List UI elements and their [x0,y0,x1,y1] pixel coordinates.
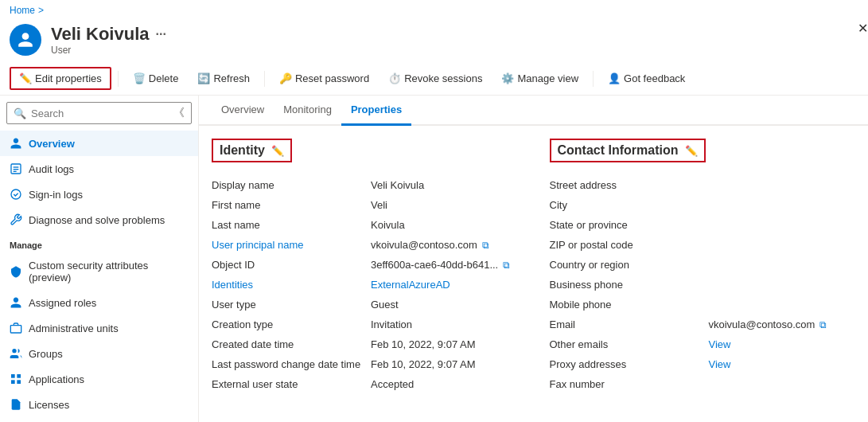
svg-rect-10 [17,380,21,384]
svg-rect-7 [11,374,15,378]
sidebar-item-devices[interactable]: Devices [0,417,198,422]
sidebar-item-licenses[interactable]: Licenses [0,392,198,417]
search-input[interactable] [31,107,169,119]
breadcrumb-home[interactable]: Home [10,5,35,16]
contact-fields: Street addressCityState or provinceZIP o… [550,175,856,394]
property-value: Invitation [371,318,518,330]
property-value[interactable]: ExternalAzureAD [371,279,518,291]
property-value: Feb 10, 2022, 9:07 AM [371,338,518,350]
table-row: External user stateAccepted [212,374,518,394]
identity-section-header: Identity ✏️ [212,139,292,162]
sidebar-item-audit-logs[interactable]: Audit logs [0,156,198,182]
toolbar-separator-3 [593,71,594,87]
property-label: Last password change date time [212,358,371,370]
audit-logs-icon [10,162,22,175]
property-value: vkoivula@contoso.com⧉ [371,239,518,251]
property-label: Identities [212,279,371,291]
sidebar-item-diagnose-label: Diagnose and solve problems [29,214,165,226]
identity-edit-icon[interactable]: ✏️ [271,145,284,157]
delete-button[interactable]: 🗑️ Delete [125,68,187,88]
reset-password-button[interactable]: 🔑 Reset password [271,68,377,88]
property-label: Last name [212,219,371,231]
refresh-icon: 🔄 [197,72,210,84]
table-row: ZIP or postal code [550,235,856,255]
page-title: Veli Koivula [51,24,150,45]
property-label: Proxy addresses [550,358,709,370]
contact-section: Contact Information ✏️ Street addressCit… [550,139,856,394]
more-menu-icon[interactable]: ··· [156,27,166,41]
revoke-sessions-button[interactable]: ⏱️ Revoke sessions [380,68,490,88]
identity-fields: Display nameVeli KoivulaFirst nameVeliLa… [212,175,518,394]
custom-security-icon [10,265,22,278]
sidebar-item-applications[interactable]: Applications [0,366,198,392]
identity-title: Identity [220,143,265,158]
table-row: Emailvkoivula@contoso.com⧉ [550,315,856,334]
property-value: vkoivula@contoso.com⧉ [709,318,856,330]
sidebar-item-groups-label: Groups [29,348,63,360]
collapse-button[interactable]: 《 [173,106,185,120]
identity-section: Identity ✏️ Display nameVeli KoivulaFirs… [212,139,518,394]
search-box[interactable]: 🔍 《 [6,102,192,124]
property-value: 3eff600a-cae6-40dd-b641...⧉ [371,259,518,271]
property-label: External user state [212,378,371,390]
close-button[interactable]: ✕ [858,21,868,36]
property-label: User principal name [212,239,371,251]
table-row: Other emailsView [550,334,856,354]
property-value: Koivula [371,219,518,231]
sidebar-item-admin-units[interactable]: Administrative units [0,315,198,341]
diagnose-icon [10,213,22,226]
sidebar-item-custom-security[interactable]: Custom security attributes (preview) [0,253,198,290]
groups-icon [10,347,22,360]
manage-view-icon: ⚙️ [501,72,514,84]
sidebar-item-licenses-label: Licenses [29,399,69,411]
property-label: First name [212,199,371,211]
property-value: Guest [371,299,518,311]
property-label: Other emails [550,338,709,350]
copy-icon[interactable]: ⧉ [503,260,510,271]
tab-properties[interactable]: Properties [341,96,411,126]
search-icon: 🔍 [14,107,26,119]
property-label: Mobile phone [550,299,709,311]
sidebar-item-signin-logs[interactable]: Sign-in logs [0,182,198,207]
tab-monitoring[interactable]: Monitoring [274,96,341,126]
property-value[interactable]: View [709,338,856,350]
property-label: Display name [212,179,371,191]
assigned-roles-icon [10,296,22,309]
sidebar-item-diagnose[interactable]: Diagnose and solve problems [0,207,198,232]
manage-view-button[interactable]: ⚙️ Manage view [493,68,586,88]
avatar [10,24,41,56]
table-row: IdentitiesExternalAzureAD [212,275,518,295]
property-value: Feb 10, 2022, 9:07 AM [371,358,518,370]
edit-properties-button[interactable]: ✏️ Edit properties [10,67,111,90]
contact-edit-icon[interactable]: ✏️ [685,145,698,157]
property-label: Creation type [212,318,371,330]
svg-point-4 [11,190,21,199]
property-label: State or province [550,219,709,231]
property-value: Accepted [371,378,518,390]
table-row: First nameVeli [212,195,518,215]
got-feedback-button[interactable]: 👤 Got feedback [600,68,693,88]
sidebar-item-assigned-roles-label: Assigned roles [29,297,96,309]
property-label: Country or region [550,259,709,271]
tab-overview[interactable]: Overview [212,96,274,126]
sidebar-item-applications-label: Applications [29,373,84,385]
copy-icon[interactable]: ⧉ [819,319,827,330]
breadcrumb-separator: > [38,5,44,16]
property-value[interactable]: View [709,358,856,370]
licenses-icon [10,398,22,411]
applications-icon [10,373,22,385]
table-row: Last password change date timeFeb 10, 20… [212,354,518,374]
table-row: State or province [550,215,856,235]
property-value: Veli [371,199,518,211]
table-row: Proxy addressesView [550,354,856,374]
copy-icon[interactable]: ⧉ [482,240,489,251]
property-label: Email [550,318,709,330]
sidebar-item-overview[interactable]: Overview [0,131,198,156]
sidebar-item-assigned-roles[interactable]: Assigned roles [0,290,198,315]
property-label: ZIP or postal code [550,239,709,251]
signin-logs-icon [10,188,22,201]
svg-point-6 [12,349,16,353]
table-row: Object ID3eff600a-cae6-40dd-b641...⧉ [212,255,518,275]
refresh-button[interactable]: 🔄 Refresh [189,68,258,88]
sidebar-item-groups[interactable]: Groups [0,341,198,366]
